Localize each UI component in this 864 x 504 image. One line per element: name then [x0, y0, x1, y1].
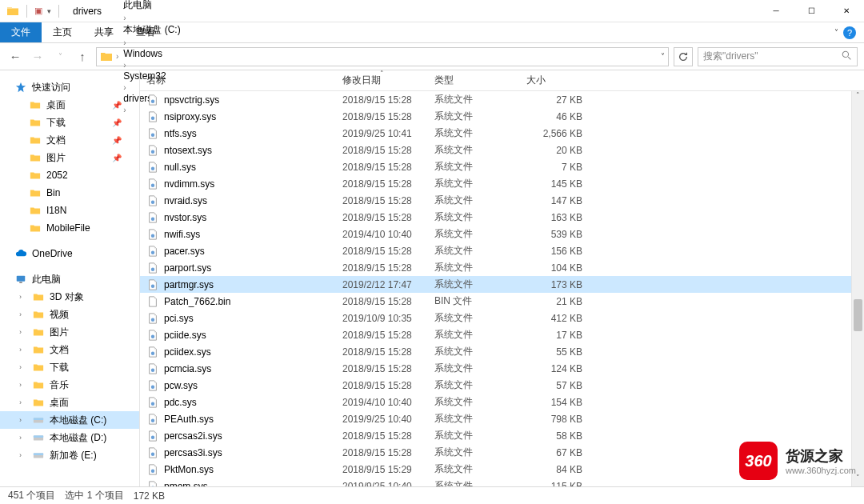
- file-row[interactable]: nvdimm.sys 2018/9/15 15:28 系统文件 145 KB: [140, 175, 864, 192]
- search-input[interactable]: 搜索"drivers": [698, 47, 858, 66]
- tab-share[interactable]: 共享: [83, 22, 125, 42]
- sidebar-item[interactable]: 下载📌: [0, 114, 139, 131]
- file-row[interactable]: ntosext.sys 2018/9/15 15:28 系统文件 20 KB: [140, 142, 864, 158]
- sidebar-item[interactable]: Bin: [0, 184, 139, 202]
- file-row[interactable]: nvstor.sys 2018/9/15 15:28 系统文件 163 KB: [140, 209, 864, 226]
- file-date: 2018/9/15 15:29: [342, 464, 434, 475]
- file-type: 系统文件: [434, 261, 526, 274]
- file-date: 2018/9/15 15:28: [342, 447, 434, 458]
- file-type: 系统文件: [434, 160, 526, 174]
- expand-icon[interactable]: ›: [19, 346, 27, 354]
- file-row[interactable]: Patch_7662.bin 2018/9/15 15:28 BIN 文件 21…: [140, 293, 864, 310]
- file-name: null.sys: [164, 162, 196, 173]
- chevron-right-icon[interactable]: ›: [122, 61, 127, 70]
- svg-point-26: [151, 368, 154, 371]
- sidebar-item[interactable]: ›文档: [0, 341, 139, 358]
- expand-icon[interactable]: ›: [19, 416, 27, 424]
- file-row[interactable]: partmgr.sys 2019/2/12 17:47 系统文件 173 KB: [140, 276, 864, 293]
- column-headers[interactable]: ˄ 名称 修改日期 类型 大小: [140, 70, 864, 91]
- sidebar-item[interactable]: ›新加卷 (E:): [0, 446, 139, 464]
- back-button[interactable]: ←: [6, 50, 24, 63]
- file-row[interactable]: null.sys 2018/9/15 15:28 系统文件 7 KB: [140, 158, 864, 175]
- file-row[interactable]: pcw.sys 2018/9/15 15:28 系统文件 57 KB: [140, 377, 864, 394]
- address-bar[interactable]: › 此电脑›本地磁盘 (C:)›Windows›System32›drivers…: [96, 47, 669, 66]
- expand-icon[interactable]: ›: [19, 328, 27, 336]
- sidebar-item[interactable]: 2052: [0, 166, 139, 184]
- sidebar-item[interactable]: ›本地磁盘 (C:): [0, 411, 139, 429]
- breadcrumb-segment[interactable]: Windows: [122, 48, 182, 59]
- expand-icon[interactable]: ›: [19, 363, 27, 371]
- tab-home[interactable]: 主页: [42, 22, 83, 42]
- file-row[interactable]: nsiproxy.sys 2018/9/15 15:28 系统文件 46 KB: [140, 108, 864, 125]
- scroll-thumb[interactable]: [854, 299, 862, 331]
- breadcrumb-segment[interactable]: 此电脑: [122, 0, 182, 12]
- col-size[interactable]: 大小: [526, 74, 590, 87]
- file-name: pciidex.sys: [164, 346, 211, 358]
- file-name: nsiproxy.sys: [164, 111, 216, 122]
- sidebar-item[interactable]: MobileFile: [0, 219, 139, 237]
- col-date[interactable]: 修改日期: [342, 74, 434, 87]
- breadcrumb-segment[interactable]: 本地磁盘 (C:): [122, 23, 182, 37]
- file-row[interactable]: nvraid.sys 2018/9/15 15:28 系统文件 147 KB: [140, 192, 864, 209]
- file-row[interactable]: pciide.sys 2018/9/15 15:28 系统文件 17 KB: [140, 326, 864, 343]
- file-row[interactable]: pci.sys 2019/10/9 10:35 系统文件 412 KB: [140, 310, 864, 326]
- sidebar-item[interactable]: ›音乐: [0, 376, 139, 394]
- expand-icon[interactable]: ›: [19, 398, 27, 406]
- sidebar-onedrive[interactable]: OneDrive: [0, 245, 139, 262]
- file-row[interactable]: pciidex.sys 2018/9/15 15:28 系统文件 55 KB: [140, 343, 864, 360]
- chevron-right-icon[interactable]: ›: [122, 38, 127, 47]
- file-row[interactable]: pdc.sys 2019/4/10 10:40 系统文件 154 KB: [140, 394, 864, 410]
- sidebar-item[interactable]: 图片📌: [0, 149, 139, 166]
- file-row[interactable]: ntfs.sys 2019/9/25 10:41 系统文件 2,566 KB: [140, 125, 864, 142]
- expand-icon[interactable]: ›: [19, 434, 27, 442]
- qat-dropdown-icon[interactable]: ▾: [47, 7, 51, 15]
- file-row[interactable]: PEAuth.sys 2019/9/25 10:40 系统文件 798 KB: [140, 410, 864, 427]
- file-type: 系统文件: [434, 412, 526, 426]
- sidebar-quick-access[interactable]: 快速访问: [0, 78, 139, 96]
- watermark: 360 货源之家 www.360hyzj.com: [739, 442, 856, 480]
- col-name[interactable]: 名称: [146, 74, 342, 87]
- sidebar-item[interactable]: ›视频: [0, 306, 139, 323]
- sidebar-item[interactable]: ›桌面: [0, 394, 139, 411]
- minimize-button[interactable]: ─: [758, 0, 794, 22]
- recent-dropdown-icon[interactable]: ˅: [51, 52, 69, 61]
- expand-icon[interactable]: ›: [19, 310, 27, 318]
- up-button[interactable]: ↑: [74, 50, 91, 63]
- search-placeholder: 搜索"drivers": [703, 50, 758, 63]
- chevron-right-icon[interactable]: ›: [114, 52, 120, 61]
- help-icon[interactable]: ?: [843, 26, 856, 39]
- chevron-right-icon[interactable]: ›: [122, 14, 127, 22]
- expand-icon[interactable]: ›: [19, 381, 27, 389]
- sidebar-item[interactable]: I18N: [0, 202, 139, 219]
- file-name: pmem.sys: [164, 481, 208, 487]
- address-dropdown-icon[interactable]: ˅: [661, 52, 665, 61]
- file-row[interactable]: nwifi.sys 2019/4/10 10:40 系统文件 539 KB: [140, 226, 864, 242]
- refresh-button[interactable]: [674, 47, 693, 66]
- close-button[interactable]: ✕: [829, 0, 864, 22]
- sidebar-item[interactable]: ›图片: [0, 323, 139, 341]
- tab-file[interactable]: 文件: [0, 22, 42, 42]
- qat-icon[interactable]: ▣: [34, 6, 42, 16]
- file-size: 67 KB: [526, 447, 590, 458]
- svg-point-17: [151, 200, 154, 203]
- maximize-button[interactable]: ☐: [794, 0, 829, 22]
- file-row[interactable]: npsvctrig.sys 2018/9/15 15:28 系统文件 27 KB: [140, 91, 864, 108]
- file-row[interactable]: parport.sys 2018/9/15 15:28 系统文件 104 KB: [140, 259, 864, 276]
- scroll-up-icon[interactable]: ˄: [852, 91, 864, 104]
- file-row[interactable]: pacer.sys 2018/9/15 15:28 系统文件 156 KB: [140, 242, 864, 259]
- sidebar-thispc[interactable]: 此电脑: [0, 270, 139, 288]
- sidebar-item[interactable]: 桌面📌: [0, 96, 139, 114]
- forward-button[interactable]: →: [29, 50, 46, 63]
- svg-rect-8: [34, 435, 43, 438]
- expand-icon[interactable]: ›: [19, 293, 27, 301]
- sidebar-item[interactable]: ›3D 对象: [0, 288, 139, 306]
- sidebar-item[interactable]: ›下载: [0, 358, 139, 376]
- sidebar-item[interactable]: 文档📌: [0, 131, 139, 149]
- expand-icon[interactable]: ›: [19, 451, 27, 459]
- vertical-scrollbar[interactable]: ˄ ˅: [851, 91, 864, 486]
- file-row[interactable]: pcmcia.sys 2018/9/15 15:28 系统文件 124 KB: [140, 360, 864, 377]
- col-type[interactable]: 类型: [434, 74, 526, 87]
- expand-ribbon-icon[interactable]: ˅: [834, 28, 838, 37]
- svg-point-30: [151, 435, 154, 438]
- sidebar-item[interactable]: ›本地磁盘 (D:): [0, 429, 139, 446]
